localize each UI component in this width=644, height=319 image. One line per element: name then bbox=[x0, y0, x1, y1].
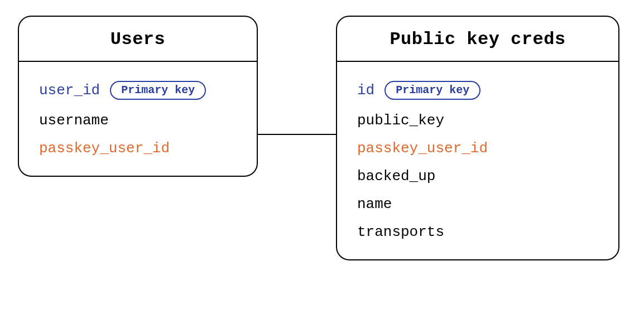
entity-users-field-username: username bbox=[39, 107, 237, 134]
entity-creds: Public key creds id Primary key public_k… bbox=[336, 16, 619, 260]
entity-creds-field-public_key: public_key bbox=[357, 107, 598, 134]
field-name: id bbox=[357, 83, 374, 98]
field-name: username bbox=[39, 113, 109, 128]
field-name: transports bbox=[357, 225, 444, 239]
field-name: name bbox=[357, 197, 392, 211]
field-name: passkey_user_id bbox=[357, 141, 488, 156]
primary-key-badge: Primary key bbox=[110, 81, 206, 100]
field-name: public_key bbox=[357, 113, 444, 128]
entity-creds-title: Public key creds bbox=[337, 17, 618, 62]
primary-key-badge: Primary key bbox=[385, 81, 480, 100]
entity-users-field-passkey_user_id: passkey_user_id bbox=[39, 134, 237, 162]
entity-creds-field-transports: transports bbox=[357, 218, 598, 246]
field-name: user_id bbox=[39, 83, 100, 98]
field-name: passkey_user_id bbox=[39, 141, 170, 156]
entity-creds-field-passkey_user_id: passkey_user_id bbox=[357, 134, 598, 162]
field-name: backed_up bbox=[357, 169, 435, 183]
entity-creds-field-backed_up: backed_up bbox=[357, 162, 598, 190]
entity-creds-body: id Primary key public_key passkey_user_i… bbox=[337, 62, 618, 259]
entity-users: Users user_id Primary key username passk… bbox=[18, 16, 258, 177]
relationship-connector bbox=[258, 134, 336, 135]
entity-creds-field-name: name bbox=[357, 190, 598, 218]
entity-users-body: user_id Primary key username passkey_use… bbox=[19, 62, 257, 176]
entity-users-title: Users bbox=[19, 17, 257, 62]
entity-users-field-user_id: user_id Primary key bbox=[39, 74, 237, 107]
entity-creds-field-id: id Primary key bbox=[357, 74, 598, 107]
